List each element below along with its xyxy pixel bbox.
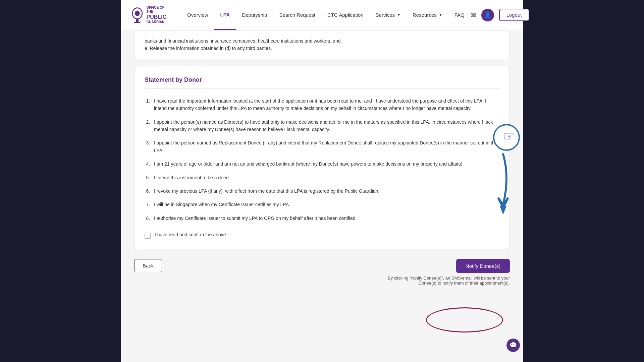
statement-card: Statement by Donor I have read the Impor… xyxy=(134,66,510,249)
logout-button[interactable]: Logout xyxy=(499,9,529,21)
logo-line2: PUBLIC xyxy=(147,14,171,20)
circle-annotation xyxy=(426,307,503,333)
services-dropdown-arrow: ▼ xyxy=(397,13,400,17)
navigation: OFFICE OF THE PUBLIC GUARDIAN Overview L… xyxy=(121,0,523,30)
logo-line1: OFFICE OF THE xyxy=(147,6,171,14)
nav-resources[interactable]: Resources ▼ xyxy=(407,0,448,30)
top-text-card: banks and financial institutions, insura… xyxy=(134,30,510,59)
confirm-checkbox[interactable] xyxy=(145,233,151,239)
svg-point-1 xyxy=(135,10,140,16)
confirm-row: I have read and confirm the above. xyxy=(145,229,499,239)
svg-rect-3 xyxy=(134,22,140,23)
nav-faq[interactable]: FAQ xyxy=(448,0,471,30)
notify-donees-button[interactable]: Notify Donee(s) xyxy=(456,259,510,273)
mail-icon[interactable]: ✉ xyxy=(471,11,476,19)
nav-links: Overview LPA Deputyship Search Request C… xyxy=(181,0,471,30)
statement-item-4: I am 21 years of age or older and am not… xyxy=(151,160,499,168)
statement-item-5: I intend this instrument to be a deed. xyxy=(151,174,499,181)
statement-item-8: I authorise my Certificate Issuer to sub… xyxy=(151,215,499,222)
nav-deputyship[interactable]: Deputyship xyxy=(236,0,273,30)
nav-right: ✉ 👤 Logout xyxy=(471,9,529,21)
avatar[interactable]: 👤 xyxy=(481,9,494,21)
nav-lpa[interactable]: LPA xyxy=(214,0,236,30)
statement-list: I have read the Important Information lo… xyxy=(145,97,499,222)
notify-note: By clicking "Notify Donee(s)", an SMS/em… xyxy=(369,276,510,286)
nav-services[interactable]: Services ▼ xyxy=(370,0,407,30)
point-e-text: e. Release the information obtained in (… xyxy=(145,45,499,52)
page-content: banks and financial institutions, insura… xyxy=(121,30,523,306)
chat-bubble[interactable]: 💬 xyxy=(506,339,520,352)
bottom-bar: Back Notify Donee(s) By clicking "Notify… xyxy=(134,256,510,286)
nav-ctc-application[interactable]: CTC Application xyxy=(321,0,370,30)
top-text-line1: banks and financial institutions, insura… xyxy=(145,37,499,45)
statement-item-7: I will be in Singapore when my Certifica… xyxy=(151,201,499,208)
nav-search-request[interactable]: Search Request xyxy=(273,0,321,30)
nav-overview[interactable]: Overview xyxy=(181,0,214,30)
statement-title: Statement by Donor xyxy=(145,76,499,89)
statement-item-6: I revoke my previous LPA (if any), with … xyxy=(151,187,499,195)
back-button[interactable]: Back xyxy=(134,259,162,272)
statement-item-1: I have read the Important Information lo… xyxy=(151,97,499,112)
statement-item-3: I appoint the person named as Replacemen… xyxy=(151,139,499,154)
strikethrough-text: financial xyxy=(168,38,185,44)
logo-line3: GUARDIAN xyxy=(147,20,171,24)
logo[interactable]: OFFICE OF THE PUBLIC GUARDIAN xyxy=(131,6,171,24)
confirm-label[interactable]: I have read and confirm the above. xyxy=(155,232,227,237)
resources-dropdown-arrow: ▼ xyxy=(439,13,442,17)
statement-item-2: I appoint the person(s) named as Donee(s… xyxy=(151,118,499,133)
right-actions: Notify Donee(s) By clicking "Notify Done… xyxy=(369,259,510,286)
